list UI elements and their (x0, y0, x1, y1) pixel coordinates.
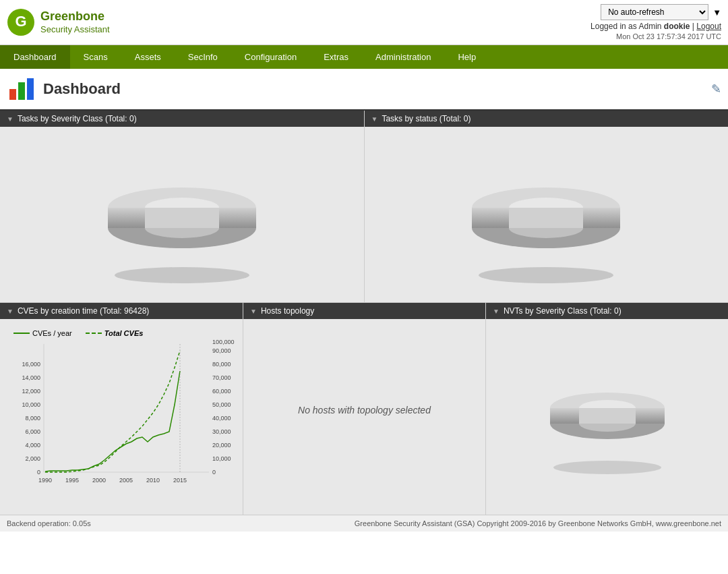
svg-text:2000: 2000 (92, 477, 106, 484)
svg-text:4,000: 4,000 (25, 442, 40, 449)
logo-text: Greenbone Security Assistant (40, 9, 110, 34)
solid-line-icon (13, 333, 30, 334)
svg-text:30,000: 30,000 (212, 428, 231, 435)
cve-line-chart: 0 2,000 4,000 6,000 8,000 10,000 12,000 … (7, 337, 236, 499)
logo-icon: G (7, 8, 35, 36)
copyright-notice: Greenbone Security Assistant (GSA) Copyr… (355, 519, 721, 527)
brand-name: Greenbone (40, 9, 110, 24)
nav-dashboard[interactable]: Dashboard (0, 45, 70, 69)
logout-link[interactable]: Logout (696, 22, 721, 31)
nav-assets[interactable]: Assets (121, 45, 175, 69)
panel-tasks-status-body (365, 127, 729, 302)
logged-in-text: Logged in as (590, 22, 637, 31)
chart-legend: CVEs / year Total CVEs (7, 326, 236, 337)
panel-tasks-severity-body (0, 127, 364, 302)
footer: Backend operation: 0.05s Greenbone Secur… (0, 515, 728, 532)
dashed-line-icon (86, 333, 102, 334)
refresh-select[interactable]: No auto-refresh (601, 4, 708, 20)
svg-text:2010: 2010 (146, 477, 160, 484)
panel-tasks-status: ▼ Tasks by status (Total: 0) (365, 111, 729, 302)
user-role: Admin (638, 22, 661, 31)
navbar: Dashboard Scans Assets SecInfo Configura… (0, 45, 728, 69)
svg-text:20,000: 20,000 (212, 442, 231, 449)
svg-text:12,000: 12,000 (22, 388, 40, 395)
collapse-icon-4[interactable]: ▼ (250, 308, 257, 315)
panels-top: ▼ Tasks by Severity Class (Total: 0) (0, 111, 728, 303)
svg-text:16,000: 16,000 (22, 361, 40, 368)
svg-rect-18 (509, 208, 583, 228)
legend-total-cves-label: Total CVEs (104, 329, 144, 337)
nav-secinfo[interactable]: SecInfo (175, 45, 231, 69)
svg-text:2005: 2005 (119, 477, 133, 484)
svg-text:10,000: 10,000 (22, 401, 40, 408)
nav-configuration[interactable]: Configuration (231, 45, 310, 69)
collapse-icon-5[interactable]: ▼ (493, 308, 499, 315)
cves-per-year-line (45, 371, 180, 471)
svg-text:6,000: 6,000 (25, 428, 40, 435)
panel-cve-title: CVEs by creation time (Total: 96428) (18, 306, 149, 316)
svg-text:40,000: 40,000 (212, 415, 231, 422)
user-info: Logged in as Admin dookie | Logout (590, 22, 721, 31)
nav-extras[interactable]: Extras (310, 45, 362, 69)
svg-text:1990: 1990 (38, 477, 52, 484)
collapse-icon[interactable]: ▼ (7, 115, 13, 123)
svg-text:80,000: 80,000 (212, 361, 231, 368)
svg-text:100,000: 100,000 (212, 339, 235, 345)
panel-nvts-title: NVTs by Severity Class (Total: 0) (504, 306, 621, 316)
panel-hosts-topology: ▼ Hosts topology No hosts with topology … (243, 303, 486, 515)
nav-help[interactable]: Help (444, 45, 489, 69)
panel-cve-header: ▼ CVEs by creation time (Total: 96428) (0, 303, 243, 319)
svg-text:0: 0 (37, 469, 40, 476)
hosts-chart-area: No hosts with topology selected (243, 319, 485, 515)
svg-text:2,000: 2,000 (25, 455, 40, 462)
panel-tasks-severity: ▼ Tasks by Severity Class (Total: 0) (0, 111, 365, 302)
collapse-icon-3[interactable]: ▼ (7, 308, 13, 315)
cve-chart-area: CVEs / year Total CVEs 0 2,000 4,000 (0, 319, 243, 515)
svg-rect-54 (579, 408, 636, 424)
svg-point-12 (479, 267, 613, 283)
nav-scans[interactable]: Scans (70, 45, 121, 69)
svg-text:2015: 2015 (173, 477, 187, 484)
svg-text:10,000: 10,000 (212, 455, 231, 462)
no-hosts-message: No hosts with topology selected (250, 326, 479, 494)
svg-text:0: 0 (212, 469, 216, 476)
dropdown-arrow-icon: ▼ (712, 7, 721, 18)
svg-rect-2 (9, 89, 16, 100)
barchart-icon (7, 74, 36, 104)
panel-tasks-severity-title: Tasks by Severity Class (Total: 0) (18, 114, 137, 123)
svg-point-5 (115, 267, 249, 283)
svg-text:60,000: 60,000 (212, 388, 231, 395)
refresh-area: No auto-refresh ▼ (601, 4, 721, 20)
edit-dashboard-button[interactable]: ✎ (711, 82, 721, 96)
nav-administration[interactable]: Administration (362, 45, 444, 69)
svg-text:14,000: 14,000 (22, 374, 40, 381)
panel-tasks-status-header: ▼ Tasks by status (Total: 0) (365, 111, 729, 127)
collapse-icon-2[interactable]: ▼ (371, 115, 378, 123)
backend-operation: Backend operation: 0.05s (7, 519, 91, 527)
logo-area: G Greenbone Security Assistant (7, 8, 110, 36)
svg-text:70,000: 70,000 (212, 374, 231, 381)
panel-hosts-header: ▼ Hosts topology (243, 303, 485, 319)
legend-total-cves: Total CVEs (86, 329, 144, 337)
svg-rect-11 (145, 208, 219, 228)
page-title: Dashboard (43, 80, 121, 98)
brand-subtitle: Security Assistant (40, 24, 110, 35)
panel-tasks-status-title: Tasks by status (Total: 0) (382, 114, 471, 123)
svg-rect-3 (18, 82, 25, 100)
header: G Greenbone Security Assistant No auto-r… (0, 0, 728, 45)
panel-tasks-severity-header: ▼ Tasks by Severity Class (Total: 0) (0, 111, 364, 127)
panel-hosts-title: Hosts topology (261, 306, 314, 316)
svg-rect-4 (27, 78, 34, 100)
donut-chart-nvts (540, 349, 675, 484)
panels-bottom: ▼ CVEs by creation time (Total: 96428) C… (0, 303, 728, 515)
panel-nvts-severity: ▼ NVTs by Severity Class (Total: 0) (486, 303, 728, 515)
svg-text:8,000: 8,000 (25, 415, 40, 422)
svg-text:G: G (15, 13, 26, 30)
svg-text:50,000: 50,000 (212, 401, 231, 408)
donut-chart-severity (94, 140, 270, 289)
panel-nvts-header: ▼ NVTs by Severity Class (Total: 0) (486, 303, 728, 319)
nvts-chart-area (486, 319, 728, 515)
username: dookie (664, 22, 690, 31)
svg-point-48 (553, 461, 661, 474)
legend-cves-year: CVEs / year (13, 329, 72, 337)
